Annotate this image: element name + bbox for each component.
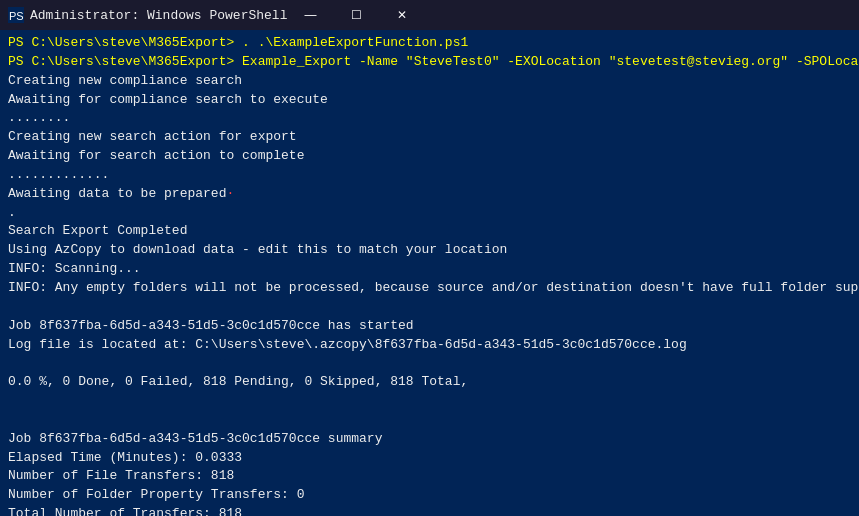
maximize-button[interactable]: ☐	[333, 0, 379, 30]
close-button[interactable]: ✕	[379, 0, 425, 30]
window-title: Administrator: Windows PowerShell	[30, 8, 287, 23]
svg-text:PS: PS	[9, 10, 24, 22]
terminal-output: PS C:\Users\steve\M365Export> . .\Exampl…	[0, 30, 859, 516]
minimize-button[interactable]: —	[287, 0, 333, 30]
powershell-icon: PS	[8, 7, 24, 23]
titlebar: PS Administrator: Windows PowerShell — ☐…	[0, 0, 859, 30]
window-controls: — ☐ ✕	[287, 0, 425, 30]
